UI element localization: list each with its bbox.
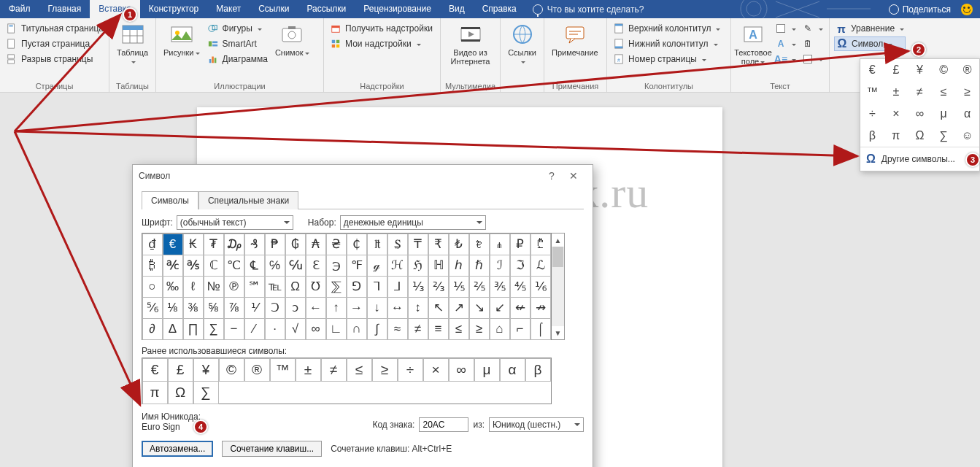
header-button[interactable]: Верхний колонтитул [611, 21, 722, 36]
tab-symbols[interactable]: Символы [142, 191, 198, 209]
symbol-cell[interactable]: ₿ [142, 255, 163, 277]
symbol-cell[interactable]: ₭ [183, 234, 204, 255]
symbol-quick-cell[interactable]: ☺ [955, 125, 979, 147]
recent-symbol-cell[interactable]: ∑ [193, 381, 219, 404]
symbol-quick-cell[interactable]: ≥ [955, 81, 979, 103]
symbol-cell[interactable]: ∂ [142, 318, 163, 340]
symbol-quick-cell[interactable]: ≤ [932, 81, 956, 103]
footer-button[interactable]: Нижний колонтитул [611, 36, 722, 51]
symbol-cell[interactable]: ⅚ [142, 297, 163, 319]
symbol-cell[interactable]: ₶ [367, 234, 387, 255]
symbol-cell[interactable]: ℉ [347, 255, 367, 277]
recent-symbol-cell[interactable]: β [525, 358, 551, 382]
screenshot-button[interactable]: Снимок [272, 21, 312, 80]
symbol-cell[interactable]: ⅓ [408, 276, 428, 298]
symbol-quick-cell[interactable]: © [932, 59, 956, 81]
symbol-cell[interactable]: ⅃ [387, 276, 408, 298]
symbol-cell[interactable]: ↖ [428, 297, 449, 319]
symbol-quick-cell[interactable]: α [955, 103, 979, 125]
symbol-cell[interactable]: ℌ [408, 255, 428, 277]
symbol-cell[interactable]: ⅛ [163, 297, 183, 319]
symbol-cell[interactable]: ℈ [326, 255, 347, 277]
symbol-cell[interactable]: ∩ [347, 318, 367, 340]
symbol-cell[interactable]: ℓ [183, 276, 204, 298]
symbol-cell[interactable]: № [204, 276, 224, 298]
symbol-cell[interactable]: ℒ [530, 255, 551, 277]
symbol-cell[interactable]: ℂ [204, 255, 224, 277]
equation-button[interactable]: πУравнение [834, 21, 906, 36]
symbol-cell[interactable]: ⅂ [367, 276, 387, 298]
symbol-cell[interactable]: ₼ [490, 234, 510, 255]
symbol-cell[interactable]: ₷ [387, 234, 408, 255]
symbol-quick-cell[interactable]: ¥ [908, 59, 932, 81]
symbol-cell[interactable]: ℎ [449, 255, 469, 277]
symbol-cell[interactable]: ↑ [326, 297, 347, 319]
symbol-cell[interactable]: ≈ [387, 318, 408, 340]
symbol-cell[interactable]: ⅁ [347, 276, 367, 298]
symbol-cell[interactable]: ∟ [326, 318, 347, 340]
smartart-button[interactable]: SmartArt [206, 36, 269, 51]
symbol-quick-cell[interactable]: μ [932, 103, 956, 125]
page-number-button[interactable]: #Номер страницы [611, 52, 722, 66]
share-button[interactable]: Поделиться [889, 4, 951, 15]
tab-design[interactable]: Конструктор [140, 0, 207, 18]
tab-layout[interactable]: Макет [207, 0, 250, 18]
symbol-cell[interactable]: ℑ [510, 255, 530, 277]
datetime-button[interactable]: 🗓 [800, 36, 825, 51]
symbol-quick-cell[interactable]: ≠ [908, 81, 932, 103]
symbol-cell[interactable]: ℅ [265, 255, 285, 277]
page-break-button[interactable]: Разрыв страницы [4, 52, 115, 66]
symbol-cell[interactable]: ₯ [224, 234, 244, 255]
symbol-cell[interactable]: ‰ [163, 276, 183, 298]
symbol-cell[interactable]: ₮ [204, 234, 224, 255]
symbol-cell[interactable]: ₫ [142, 234, 163, 255]
symbol-cell[interactable]: Ↄ [265, 297, 285, 319]
symbol-cell[interactable]: − [224, 318, 244, 340]
symbol-cell[interactable]: ≤ [449, 318, 469, 340]
cover-page-button[interactable]: Титульная страница [4, 21, 115, 36]
symbol-cell[interactable]: ⅘ [510, 276, 530, 298]
symbol-cell[interactable]: ⅗ [490, 276, 510, 298]
dropcap-button[interactable]: A≡ [773, 52, 798, 66]
symbol-cell[interactable]: ≠ [408, 318, 428, 340]
signature-button[interactable]: ✎ [800, 21, 825, 36]
symbol-cell[interactable]: ↓ [367, 297, 387, 319]
symbol-cell[interactable]: √ [285, 318, 306, 340]
symbol-cell[interactable]: ⌐ [510, 318, 530, 340]
symbol-cell[interactable]: ℡ [265, 276, 285, 298]
symbol-cell[interactable]: ↕ [408, 297, 428, 319]
dialog-close-button[interactable]: ✕ [560, 170, 587, 182]
symbol-cell[interactable]: Ω [285, 276, 306, 298]
symbol-cell[interactable]: ⌂ [490, 318, 510, 340]
symbol-cell[interactable]: ℀ [163, 255, 183, 277]
symbol-quick-cell[interactable]: × [884, 103, 908, 125]
symbol-cell[interactable]: ↗ [449, 297, 469, 319]
tab-help[interactable]: Справка [474, 0, 525, 18]
symbol-cell[interactable]: ₾ [530, 234, 551, 255]
symbol-cell[interactable]: ₲ [285, 234, 306, 255]
symbol-quick-cell[interactable]: £ [884, 59, 908, 81]
symbol-cell[interactable]: ∕ [244, 318, 265, 340]
symbol-cell[interactable]: ℆ [285, 255, 306, 277]
symbol-cell[interactable]: ₹ [428, 234, 449, 255]
symbol-quick-cell[interactable]: ÷ [860, 103, 884, 125]
object-button[interactable] [800, 52, 825, 66]
recent-symbol-cell[interactable]: α [500, 358, 525, 382]
recent-symbol-cell[interactable]: ± [296, 358, 321, 382]
dialog-titlebar[interactable]: Символ ? ✕ [133, 165, 593, 187]
symbol-cell[interactable]: ₰ [244, 234, 265, 255]
symbol-cell[interactable]: ₵ [347, 234, 367, 255]
symbol-cell[interactable]: ℄ [244, 255, 265, 277]
symbol-cell[interactable]: ₳ [306, 234, 326, 255]
symbol-quick-cell[interactable]: ™ [860, 81, 884, 103]
blank-page-button[interactable]: Пустая страница [4, 36, 115, 51]
pictures-button[interactable]: Рисунки [161, 21, 203, 80]
symbol-cell[interactable]: ⅔ [428, 276, 449, 298]
dialog-help-button[interactable]: ? [543, 170, 560, 182]
symbol-cell[interactable]: ℏ [469, 255, 490, 277]
symbol-quick-cell[interactable]: € [860, 59, 884, 81]
tab-references[interactable]: Ссылки [250, 0, 298, 18]
textbox-button[interactable]: A Текстовое поле [736, 21, 771, 80]
symbol-cell[interactable]: ℐ [490, 255, 510, 277]
symbol-cell[interactable]: → [347, 297, 367, 319]
